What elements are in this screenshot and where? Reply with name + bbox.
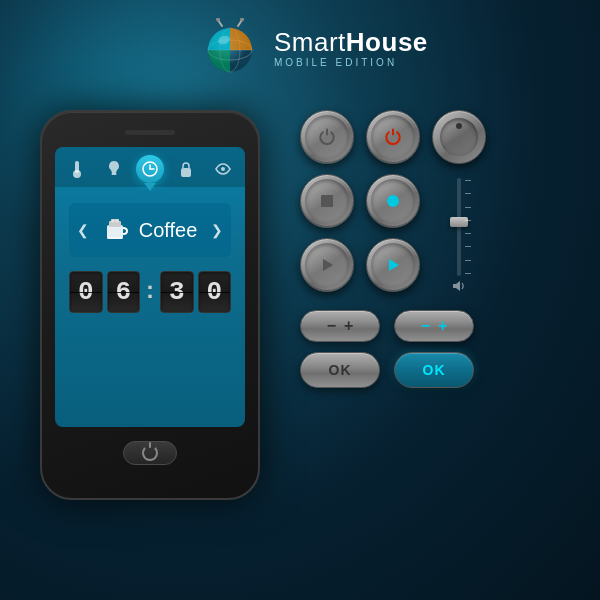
brand-name: SmartHouse <box>274 29 428 55</box>
clock-m2: 0 <box>198 271 232 313</box>
coffee-section: ❮ Coffee ❯ <box>69 203 231 257</box>
power-on-icon <box>383 127 403 147</box>
controls-panel: − + − + OK OK <box>300 110 570 388</box>
buttons-column <box>300 110 354 294</box>
power-off-icon <box>317 127 337 147</box>
phone-bottom <box>123 441 177 465</box>
stop-icon <box>318 192 336 210</box>
record-button[interactable] <box>366 174 420 228</box>
power-off-button[interactable] <box>300 110 354 164</box>
nav-thermometer[interactable] <box>63 155 91 183</box>
svg-marker-26 <box>389 259 399 271</box>
svg-point-21 <box>115 219 119 223</box>
coffee-next-arrow[interactable]: ❯ <box>211 222 223 238</box>
plus-icon-1: + <box>344 318 353 334</box>
ok-button-1[interactable]: OK <box>300 352 380 388</box>
phone-speaker <box>125 130 175 135</box>
knob-inner <box>440 118 478 156</box>
coffee-content: Coffee <box>103 213 198 247</box>
svg-marker-24 <box>323 259 333 271</box>
coffee-label: Coffee <box>139 219 198 242</box>
app-header: SmartHouse MOBILE EDITION <box>200 18 428 78</box>
record-icon <box>384 192 402 210</box>
svg-point-25 <box>387 195 399 207</box>
screen-nav <box>55 147 245 187</box>
slider-track <box>457 178 461 276</box>
play-icon <box>318 256 336 274</box>
nav-clock[interactable] <box>136 155 164 183</box>
svg-rect-23 <box>321 195 333 207</box>
play-button[interactable] <box>300 238 354 292</box>
svg-point-20 <box>111 219 115 223</box>
flip-clock: 0 6 : 3 0 <box>69 271 231 313</box>
phone-power-button[interactable] <box>123 441 177 465</box>
volume-knob[interactable] <box>432 110 486 164</box>
slider-container <box>444 174 474 294</box>
clock-h1: 0 <box>69 271 103 313</box>
play-active-button[interactable] <box>366 238 420 292</box>
clock-colon: : <box>146 278 154 302</box>
phone-screen: ❮ Coffee ❯ <box>55 147 245 427</box>
stop-button[interactable] <box>300 174 354 228</box>
logo-icon <box>200 18 260 78</box>
svg-rect-17 <box>107 225 123 239</box>
pill-buttons-row: − + − + <box>300 310 570 342</box>
svg-rect-15 <box>181 168 191 177</box>
minus-plus-button-1[interactable]: − + <box>300 310 380 342</box>
nav-eye[interactable] <box>209 155 237 183</box>
buttons-column-2 <box>366 110 420 294</box>
ok-button-2[interactable]: OK <box>394 352 474 388</box>
plus-icon-2: + <box>438 318 447 334</box>
svg-point-10 <box>73 170 81 178</box>
clock-m1: 3 <box>160 271 194 313</box>
coffee-icon <box>103 213 131 247</box>
svg-point-16 <box>221 167 225 171</box>
volume-icon <box>452 280 466 294</box>
svg-rect-11 <box>111 173 116 175</box>
phone-power-icon <box>142 445 158 461</box>
brand-name-block: SmartHouse MOBILE EDITION <box>274 29 428 68</box>
brand-subtitle: MOBILE EDITION <box>274 57 428 68</box>
minus-icon-1: − <box>327 318 336 334</box>
svg-rect-22 <box>107 237 123 239</box>
knob-dot <box>456 123 462 129</box>
coffee-prev-arrow[interactable]: ❮ <box>77 222 89 238</box>
clock-h2: 6 <box>107 271 141 313</box>
power-on-button[interactable] <box>366 110 420 164</box>
ok-buttons-row: OK OK <box>300 352 570 388</box>
nav-lock[interactable] <box>172 155 200 183</box>
play-active-icon <box>384 256 402 274</box>
minus-icon-2: − <box>421 318 430 334</box>
phone-device: ❮ Coffee ❯ <box>40 110 260 500</box>
minus-plus-button-2[interactable]: − + <box>394 310 474 342</box>
nav-bulb[interactable] <box>100 155 128 183</box>
